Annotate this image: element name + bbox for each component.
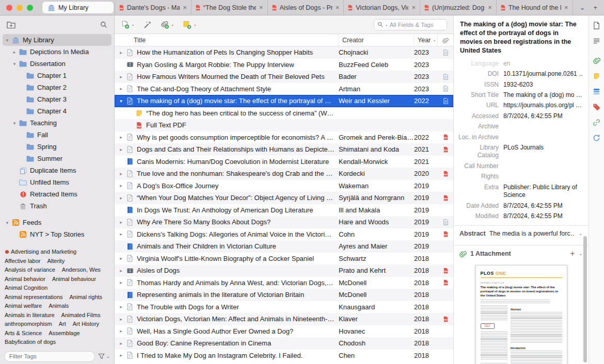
tag-filter-input[interactable]	[4, 351, 95, 362]
field-value[interactable]: en	[503, 60, 583, 68]
sidebar-item-retracted-items[interactable]: Retracted Items	[3, 188, 112, 200]
close-icon[interactable]: ×	[564, 4, 569, 11]
table-row[interactable]: ▸I Tried to Make My Dog an Instagram Cel…	[115, 350, 453, 362]
sidenav-locate-button[interactable]	[591, 133, 602, 142]
twisty-icon[interactable]: ▸	[117, 147, 125, 152]
column-header-attachment[interactable]	[438, 34, 453, 46]
table-row[interactable]: ▸Virginia Woolf's Little-Known Biography…	[115, 253, 453, 265]
twisty-icon[interactable]: ▸	[117, 317, 125, 322]
sidebar-item-nyt-top-stories[interactable]: NYT > Top Stories	[3, 228, 112, 240]
tab-list-chevron-icon[interactable]: ⌄	[580, 4, 585, 11]
tag-animal-behaviour[interactable]: Animal behaviour	[52, 276, 96, 282]
tag-animals-in-literature[interactable]: Animals in literature	[5, 312, 55, 318]
sidebar-item-dissertation[interactable]: ▾Dissertation	[3, 58, 112, 70]
new-note-button[interactable]: ⌄	[183, 21, 197, 29]
sidebar-item-my-library[interactable]: ▾My Library	[3, 34, 112, 46]
twisty-icon[interactable]: ▸	[117, 231, 125, 237]
table-row[interactable]: ▸A Dog's Box-Office JourneyWakeman2019	[115, 180, 453, 192]
tag-alterity[interactable]: Alterity	[47, 258, 65, 264]
field-value[interactable]: PLoS Journals	[503, 144, 583, 152]
tab-un-muzzled-dogs[interactable]: PDF(Un)muzzled: Dogs…×	[420, 0, 496, 15]
table-row[interactable]: ▸Why Are There So Many Books About Dogs?…	[115, 216, 453, 228]
tag-affective-labor[interactable]: Affective labor	[5, 258, 41, 264]
collection-search-button[interactable]	[100, 21, 107, 28]
close-icon[interactable]: ×	[259, 4, 264, 11]
table-row[interactable]: ▸Well, Has a Single Good Author Ever Own…	[115, 325, 453, 338]
sidebar-item-fall[interactable]: Fall	[3, 129, 112, 141]
sidenav-attachments-button[interactable]	[591, 56, 602, 65]
tab-dante-s-dogs-man[interactable]: PDFDante's Dogs - Man…×	[115, 0, 191, 15]
table-row[interactable]: ▸Aisles of DogsPrato and Kehrt2018PDF	[115, 264, 453, 277]
twisty-icon[interactable]: ▸	[117, 328, 125, 334]
tag-advertising-and-marketing[interactable]: Advertising and Marketing	[5, 249, 76, 255]
sidebar-item-chapter-4[interactable]: Chapter 4	[3, 105, 112, 117]
tag-babyfication-of-dogs[interactable]: Babyfication of dogs	[5, 339, 56, 345]
collapse-attachments-icon[interactable]: ⌄	[579, 251, 583, 256]
tag-assemblage[interactable]: Assemblage	[49, 330, 80, 336]
table-row[interactable]: ▸“When Your Dog Matches Your Decor”: Obj…	[115, 192, 453, 204]
tab-the-dog-stole-the-f[interactable]: PDF“The Dog Stole the F…×	[191, 0, 267, 15]
quick-search-input[interactable]	[390, 22, 443, 28]
tab-victorian-dogs-vict[interactable]: PDFVictorian Dogs, Vict…×	[343, 0, 420, 15]
sidenav-abstract-button[interactable]	[591, 36, 602, 45]
tag-animals[interactable]: Animals	[49, 303, 69, 309]
zoom-window-button[interactable]	[27, 5, 33, 11]
sidenav-tags-button[interactable]	[591, 102, 602, 111]
tag-analysis-of-variance[interactable]: Analysis of variance	[5, 267, 55, 273]
quick-search[interactable]: ⌄	[374, 19, 447, 30]
table-row[interactable]: “The dog hero has been critical to the s…	[115, 107, 453, 120]
sidenav-related-button[interactable]	[591, 118, 602, 127]
close-icon[interactable]: ×	[487, 4, 492, 11]
column-header-title[interactable]: Title	[115, 34, 339, 46]
twisty-icon[interactable]: ▸	[117, 280, 125, 285]
twisty-icon[interactable]: ▸	[117, 304, 125, 309]
sidebar-item-teaching[interactable]: ▾Teaching	[3, 117, 112, 129]
table-row[interactable]: In Dogs We Trust: An Anthology of Americ…	[115, 204, 453, 217]
field-value[interactable]: The making of a (dog) mo …	[503, 91, 583, 100]
new-tab-button[interactable]: +	[593, 4, 597, 11]
tab-the-hound-of-the-ba[interactable]: PDFThe Hound of the Ba…×	[496, 0, 573, 15]
tag-animal-rights[interactable]: Animal rights	[70, 294, 103, 300]
sidebar-item-spring[interactable]: Spring	[3, 141, 112, 153]
twisty-icon[interactable]: ▾	[11, 61, 18, 67]
sidebar-item-chapter-1[interactable]: Chapter 1	[3, 70, 112, 81]
column-header-creator[interactable]: Creator	[339, 34, 414, 46]
table-row[interactable]: Ryan Gosling & Margot Robbie: The Puppy …	[115, 59, 453, 71]
sidebar-item-depictions-in-media[interactable]: ▸Depictions In Media	[3, 46, 112, 58]
sidebar-item-chapter-2[interactable]: Chapter 2	[3, 81, 112, 93]
twisty-icon[interactable]: ▸	[117, 195, 125, 201]
twisty-icon[interactable]: ▸	[117, 135, 125, 140]
table-row[interactable]: ▸Why is pet goods consumption impercepti…	[115, 131, 453, 144]
twisty-icon[interactable]: ▸	[117, 341, 125, 346]
table-row[interactable]: PDFFull Text PDF	[115, 119, 453, 131]
table-row[interactable]: Representing animals in the literature o…	[115, 289, 453, 301]
table-row[interactable]: Canis Modernis: Human/Dog Coevolution in…	[115, 156, 453, 168]
tag-anderson-wes[interactable]: Anderson, Wes	[62, 267, 101, 273]
twisty-icon[interactable]: ▾	[11, 121, 18, 126]
add-attachment-button[interactable]: +	[570, 250, 575, 258]
sidenav-libraries-collections-button[interactable]	[591, 87, 602, 96]
close-icon[interactable]: ×	[182, 4, 187, 11]
table-row[interactable]: ▸Thomas Hardy and Animals by Anna West, …	[115, 277, 453, 289]
twisty-icon[interactable]: ▸	[117, 171, 125, 176]
table-row[interactable]: ▸How the Humanization of Pets Is Changin…	[115, 46, 453, 59]
twisty-icon[interactable]: ▸	[117, 183, 125, 188]
twisty-icon[interactable]: ▸	[117, 268, 125, 273]
sidebar-item-summer[interactable]: Summer	[3, 153, 112, 164]
twisty-icon[interactable]: ▾	[4, 38, 11, 43]
sidebar-item-trash[interactable]: Trash	[3, 200, 112, 212]
minimize-window-button[interactable]	[17, 5, 23, 11]
collapse-abstract-icon[interactable]: ⌄	[579, 230, 583, 236]
table-row[interactable]: ▸Dogs and Cats and Their Relationships w…	[115, 143, 453, 156]
table-row[interactable]: ▸Victorian Dogs, Victorian Men: Affect a…	[115, 313, 453, 325]
tag-animal-welfare[interactable]: Animal welfare	[5, 303, 42, 309]
field-value[interactable]: 10.1371/journal.pone.0261 …	[503, 70, 583, 78]
close-icon[interactable]: ×	[335, 4, 340, 11]
table-row[interactable]: ▸Dickens's Talking Dogs: Allegories of A…	[115, 228, 453, 241]
table-row[interactable]: ▸The Trouble with Dogs for a WriterKnaus…	[115, 301, 453, 313]
tab-my-library[interactable]: My Library	[42, 2, 114, 13]
twisty-icon[interactable]: ▸	[117, 86, 125, 91]
tag-animal-behavior[interactable]: Animal behavior	[5, 276, 45, 282]
twisty-icon[interactable]: ▸	[117, 74, 125, 79]
sidebar-item-chapter-3[interactable]: Chapter 3	[3, 93, 112, 105]
